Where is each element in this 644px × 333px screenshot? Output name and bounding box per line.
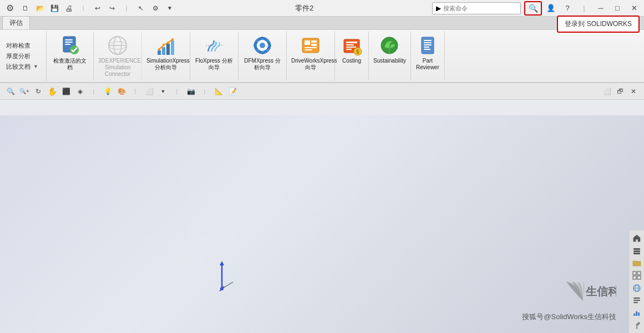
options-button[interactable]: ▼	[163, 2, 176, 14]
close-viewport-icon[interactable]: ✕	[627, 85, 640, 98]
driveworksxpress-icon	[298, 33, 323, 58]
restore-button[interactable]: □	[610, 2, 625, 15]
open-button[interactable]: 📂	[33, 2, 47, 14]
help-button[interactable]: ?	[560, 2, 575, 15]
floXpress-tool[interactable]: FloXpress 分析向导	[190, 31, 239, 81]
title-bar-right: ▶ 🔍 👤 ? | ─ □ ✕	[432, 1, 642, 16]
svg-point-16	[171, 38, 174, 40]
save-button[interactable]: 💾	[48, 2, 61, 14]
sustainability-label: Sustainability	[373, 58, 406, 64]
print-button[interactable]: 🖨	[62, 2, 75, 14]
measure-icon[interactable]: 📐	[212, 85, 225, 98]
zoom-to-fit-icon[interactable]: 🔍	[4, 85, 17, 98]
separator3: |	[576, 2, 592, 15]
undo-button[interactable]: ↩	[91, 2, 104, 14]
3dexperience-tool[interactable]: 3DEXPERIENCESimulation Connector	[94, 31, 142, 81]
dfmxpress-tool[interactable]: DFMXpress 分析向导	[239, 31, 287, 81]
title-bar: ⚙ 🗋 📂 💾 🖨 | ↩ ↪ | ↖ ⚙ ▼ 零件2 ▶ 🔍 👤 ? | ─ …	[0, 0, 644, 17]
separator-t2: |	[129, 85, 141, 98]
view-3d-icon[interactable]: ⬜	[143, 85, 155, 98]
lighting-icon[interactable]: 💡	[102, 85, 114, 98]
new-button[interactable]: 🗋	[19, 2, 32, 14]
toolbar-right: ⬜ 🗗 ✕	[601, 85, 640, 98]
tab-evaluate[interactable]: 评估	[2, 16, 30, 29]
right-panel	[628, 230, 644, 333]
view-dropdown[interactable]: ▼	[157, 85, 169, 98]
costing-tool[interactable]: $ Costing	[335, 31, 369, 81]
annotation-icon[interactable]: 📝	[226, 85, 239, 98]
svg-rect-41	[633, 250, 640, 252]
rotate-icon[interactable]: ↻	[32, 85, 44, 98]
svg-rect-23	[311, 44, 317, 46]
left-tools: 对称检查 厚度分析 比较文档 ▼	[2, 31, 47, 81]
costing-icon: $	[339, 33, 364, 58]
svg-rect-44	[637, 271, 641, 275]
globe-btn[interactable]	[630, 283, 643, 294]
pin-btn[interactable]	[630, 320, 643, 331]
search-button[interactable]: 🔍	[524, 1, 542, 16]
chart-btn[interactable]	[630, 307, 643, 318]
folder-btn[interactable]	[630, 258, 643, 269]
svg-rect-22	[311, 40, 317, 43]
part-reviewer-tool[interactable]: PartReviewer	[411, 31, 445, 81]
svg-point-14	[163, 44, 165, 46]
thickness-analysis-tool[interactable]: 厚度分析	[4, 52, 42, 61]
redo-button[interactable]: ↪	[105, 2, 119, 14]
maximize-viewport-icon[interactable]: ⬜	[601, 85, 613, 98]
viewport[interactable]: 生信科技 搜狐号@SolidWorks生信科技	[0, 115, 644, 333]
svg-point-13	[158, 48, 160, 50]
minimize-button[interactable]: ─	[593, 2, 608, 15]
check-active-doc-tool[interactable]: 检查激活的文档	[47, 31, 94, 81]
select-button[interactable]: ↖	[134, 2, 148, 14]
svg-marker-59	[220, 261, 224, 265]
svg-rect-30	[346, 49, 352, 50]
compare-docs-arrow[interactable]: ▼	[33, 64, 38, 69]
grid-btn[interactable]	[630, 270, 643, 281]
watermark-text: 搜狐号@SolidWorks生信科技	[522, 312, 616, 322]
toolbar-row: 🔍 🔍+ ↻ ✋ ⬛ ◈ | 💡 🎨 | ⬜ ▼ | 📷 | 📐 📝 ⬜ 🗗 ✕	[0, 83, 644, 100]
pan-icon[interactable]: ✋	[46, 85, 58, 98]
user-button[interactable]: 👤	[543, 2, 559, 15]
svg-rect-10	[162, 47, 165, 55]
symmetry-check-tool[interactable]: 对称检查	[4, 41, 42, 50]
svg-text:$: $	[356, 49, 359, 55]
zoom-in-icon[interactable]: 🔍+	[18, 85, 31, 98]
sustainability-icon	[377, 33, 402, 58]
floXpress-icon	[202, 33, 226, 58]
view-orient-icon[interactable]: ◈	[74, 85, 86, 98]
svg-rect-36	[424, 42, 432, 43]
svg-text:生信科技: 生信科技	[585, 285, 616, 298]
driveworksxpress-tool[interactable]: DriveWorksXpress 向导	[287, 31, 335, 81]
home-view-btn[interactable]	[630, 233, 643, 244]
svg-rect-21	[305, 40, 310, 45]
svg-rect-1	[65, 39, 73, 40]
simulation-xpress-tool[interactable]: SimulationXpress 分析向导	[142, 31, 190, 81]
svg-rect-29	[346, 47, 356, 48]
restore-viewport-icon[interactable]: 🗗	[614, 85, 626, 98]
svg-rect-45	[633, 276, 636, 279]
svg-rect-54	[636, 311, 637, 316]
camera-icon[interactable]: 📷	[185, 85, 197, 98]
search-input[interactable]	[443, 5, 504, 12]
svg-rect-28	[346, 44, 354, 45]
driveworksxpress-label: DriveWorksXpress 向导	[291, 58, 330, 71]
section-icon[interactable]: ⬛	[60, 85, 72, 98]
close-button[interactable]: ✕	[626, 2, 642, 15]
list-btn[interactable]	[630, 295, 643, 306]
check-active-doc-label: 检查激活的文档	[51, 58, 89, 71]
floXpress-label: FloXpress 分析向导	[195, 58, 234, 71]
compare-docs-tool[interactable]: 比较文档	[4, 62, 32, 71]
settings-button[interactable]: ⚙	[149, 2, 162, 14]
separator2: |	[120, 2, 133, 14]
3d-axes	[200, 255, 244, 300]
appearance-icon[interactable]: 🎨	[115, 85, 128, 98]
layers-btn[interactable]	[630, 245, 643, 256]
svg-rect-42	[633, 253, 640, 254]
separator-t3: |	[171, 85, 183, 98]
svg-rect-37	[424, 44, 432, 45]
sustainability-tool[interactable]: Sustainability	[369, 31, 411, 81]
watermark-logo-svg: 生信科技	[550, 279, 616, 306]
app-icon[interactable]: ⚙	[2, 2, 18, 15]
login-popup[interactable]: 登录到 SOLIDWORKS	[557, 16, 640, 33]
svg-rect-52	[633, 302, 638, 303]
